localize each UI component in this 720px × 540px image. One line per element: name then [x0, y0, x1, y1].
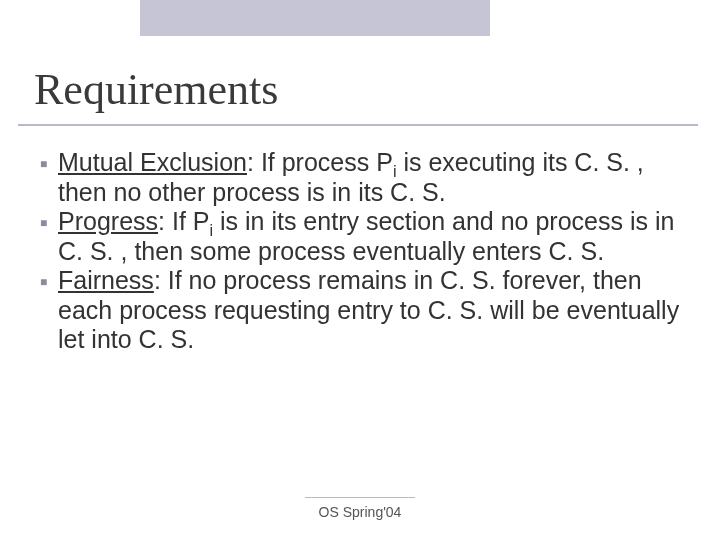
- bullet-icon: ■: [40, 158, 58, 170]
- bullet-term: Progress: [58, 207, 158, 235]
- bullet-term: Mutual Exclusion: [58, 148, 247, 176]
- bullet-term: Fairness: [58, 266, 154, 294]
- bullet-icon: ■: [40, 276, 58, 288]
- footer-separator: [305, 497, 415, 498]
- content-area: ■ Mutual Exclusion: If process Pi is exe…: [40, 148, 688, 355]
- bullet-text: Fairness: If no process remains in C. S.…: [58, 266, 688, 355]
- title-underline: [18, 124, 698, 126]
- slide-title: Requirements: [34, 64, 278, 115]
- bullet-item: ■ Fairness: If no process remains in C. …: [40, 266, 688, 355]
- bullet-pre: : If process P: [247, 148, 393, 176]
- bullet-text: Progress: If Pi is in its entry section …: [58, 207, 688, 266]
- top-decoration-bar: [140, 0, 490, 36]
- bullet-item: ■ Mutual Exclusion: If process Pi is exe…: [40, 148, 688, 207]
- bullet-text: Mutual Exclusion: If process Pi is execu…: [58, 148, 688, 207]
- footer-text: OS Spring'04: [0, 504, 720, 520]
- slide: Requirements ■ Mutual Exclusion: If proc…: [0, 0, 720, 540]
- bullet-item: ■ Progress: If Pi is in its entry sectio…: [40, 207, 688, 266]
- bullet-icon: ■: [40, 217, 58, 229]
- bullet-pre: : If P: [158, 207, 209, 235]
